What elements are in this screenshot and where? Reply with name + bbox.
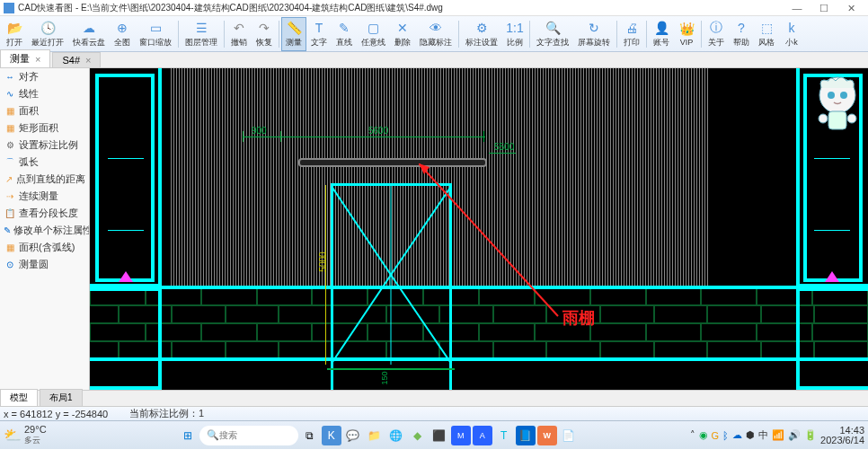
taskbar-app[interactable]: K	[322, 426, 341, 445]
sidebar-item-面积(含弧线)[interactable]: ▦面积(含弧线)	[0, 239, 89, 256]
taskbar-app[interactable]: 📄	[559, 426, 579, 445]
sidebar-item-修改单个标注属性[interactable]: ✎修改单个标注属性	[0, 222, 89, 239]
search-input[interactable]	[219, 430, 291, 440]
tab-close-icon[interactable]: ×	[35, 54, 40, 65]
ribbon-小k[interactable]: k小k	[779, 17, 804, 51]
sidebar-item-连续测量[interactable]: ⇢连续测量	[0, 188, 89, 205]
ribbon-VIP[interactable]: 👑VIP	[674, 17, 699, 51]
sidebar-item-线性[interactable]: ∿线性	[0, 85, 89, 102]
taskbar-center: ⊞ 🔍 ⧉ K 💬 📁 🌐 ◆ ⬛ M A T 📘 W 📄	[66, 426, 690, 445]
ribbon-最近打开[interactable]: 🕓最近打开	[27, 17, 68, 51]
ribbon-屏幕旋转[interactable]: ↻屏幕旋转	[573, 17, 615, 51]
start-button[interactable]: ⊞	[178, 426, 198, 445]
sidebar-item-点到直线的距离[interactable]: ↗点到直线的距离	[0, 171, 89, 188]
minimize-button[interactable]: —	[784, 1, 810, 15]
dim-value-5000: 5000	[318, 251, 328, 271]
ribbon-label: 帮助	[733, 37, 749, 48]
sidebar-item-查看分段长度[interactable]: 📋查看分段长度	[0, 205, 89, 222]
ribbon-图层管理[interactable]: ☰图层管理	[181, 17, 222, 51]
ribbon-icon: 📏	[286, 20, 302, 36]
taskbar-wps[interactable]: W	[537, 426, 557, 445]
ribbon-删除[interactable]: ✕删除	[390, 17, 415, 51]
ribbon-label: 快看云盘	[73, 37, 105, 48]
taskbar-app[interactable]: ◆	[408, 426, 428, 445]
tray-onedrive-icon[interactable]: ☁	[732, 429, 742, 441]
ribbon-icon: T	[311, 20, 327, 36]
mascot-avatar[interactable]	[810, 72, 864, 135]
tray-icon[interactable]: ⬢	[746, 429, 755, 441]
svg-point-4	[828, 92, 835, 99]
taskbar-app[interactable]: 💬	[343, 426, 363, 445]
ribbon-separator	[701, 21, 702, 48]
ribbon-快看云盘[interactable]: ☁快看云盘	[68, 17, 110, 51]
column-left-inner	[95, 74, 155, 282]
dim-value-150: 150	[380, 371, 389, 384]
tray-battery-icon[interactable]: 🔋	[804, 429, 817, 441]
taskbar-weather[interactable]: ⛅ 29°C 多云	[4, 424, 66, 446]
ribbon-撤销[interactable]: ↶撤销	[226, 17, 252, 51]
taskbar-app[interactable]: ⬛	[430, 426, 449, 445]
sidebar-item-测量圆[interactable]: ⊙测量圆	[0, 256, 89, 273]
tab-S4#[interactable]: S4#×	[52, 52, 101, 67]
tray-volume-icon[interactable]: 🔊	[788, 429, 801, 441]
ribbon-任意线[interactable]: ▢任意线	[357, 17, 390, 51]
ribbon-账号[interactable]: 👤账号	[649, 17, 674, 51]
taskbar-explorer[interactable]: 📁	[365, 426, 385, 445]
ribbon-标注设置[interactable]: ⚙标注设置	[461, 17, 502, 51]
ribbon-label: 窗口缩放	[139, 37, 172, 48]
taskbar-app[interactable]: A	[473, 426, 492, 445]
ribbon-关于[interactable]: ⓘ关于	[704, 17, 729, 51]
taskbar-clock[interactable]: 14:43 2023/6/14	[820, 426, 864, 445]
sidebar-item-弧长[interactable]: ⌒弧长	[0, 154, 89, 171]
task-view-icon[interactable]: ⧉	[300, 426, 320, 445]
ribbon-打开[interactable]: 📂打开	[2, 17, 27, 51]
tab-close-icon[interactable]: ×	[85, 55, 91, 66]
layout-tab-布局1[interactable]: 布局1	[40, 389, 83, 406]
sidebar-label: 面积(含弧线)	[19, 241, 75, 254]
ribbon-比例[interactable]: 1:1比例	[502, 17, 527, 51]
maximize-button[interactable]: ☐	[810, 1, 837, 15]
taskbar-app[interactable]: 📘	[516, 426, 536, 445]
ribbon-直线[interactable]: ✎直线	[332, 17, 357, 51]
sidebar-label: 修改单个标注属性	[13, 224, 90, 237]
tray-bluetooth-icon[interactable]: ᛒ	[722, 430, 729, 441]
ribbon-全图[interactable]: ⊕全图	[110, 17, 135, 51]
ribbon-label: 最近打开	[31, 37, 64, 48]
drawing-canvas[interactable]: 900 5600 5500 5000 150 雨棚	[90, 68, 868, 390]
taskbar-app[interactable]: T	[494, 426, 514, 445]
taskbar-app[interactable]: M	[451, 426, 471, 445]
tray-wifi-icon[interactable]: 📶	[772, 429, 784, 441]
layout-tab-模型[interactable]: 模型	[0, 389, 38, 406]
ribbon-恢复[interactable]: ↷恢复	[252, 17, 277, 51]
sidebar-item-矩形面积[interactable]: ▦矩形面积	[0, 119, 89, 137]
taskbar-edge[interactable]: 🌐	[386, 426, 406, 445]
ribbon-icon: 1:1	[507, 20, 523, 36]
ribbon-风格[interactable]: ⬚风格	[754, 17, 779, 51]
ribbon-帮助[interactable]: ?帮助	[729, 17, 754, 51]
ribbon-文字[interactable]: T文字	[306, 17, 332, 51]
sidebar-label: 连续测量	[19, 190, 58, 203]
sidebar-label: 点到直线的距离	[16, 172, 85, 186]
tab-测量[interactable]: 测量×	[0, 49, 50, 67]
sidebar-item-设置标注比例[interactable]: ⚙设置标注比例	[0, 137, 89, 154]
detail-line	[814, 230, 850, 231]
ribbon-隐藏标注[interactable]: 👁隐藏标注	[415, 17, 456, 51]
close-button[interactable]: ✕	[837, 1, 864, 15]
ribbon-窗口缩放[interactable]: ▭窗口缩放	[135, 17, 176, 51]
ribbon-文字查找[interactable]: 🔍文字查找	[532, 17, 573, 51]
ribbon-icon: 🕓	[40, 20, 56, 36]
sidebar-label: 矩形面积	[19, 121, 58, 135]
tray-chevron-icon[interactable]: ˄	[690, 429, 695, 441]
taskbar-search[interactable]: 🔍	[199, 426, 298, 445]
tray-ime-icon[interactable]: 中	[758, 428, 768, 442]
ribbon-打印[interactable]: 🖨打印	[619, 17, 644, 51]
tray-icon[interactable]: G	[712, 430, 720, 441]
ribbon-label: 比例	[507, 37, 523, 48]
sidebar-item-对齐[interactable]: ↔对齐	[0, 68, 89, 85]
system-tray[interactable]: ˄ ◉ G ᛒ ☁ ⬢ 中 📶 🔊 🔋 14:43 2023/6/14	[690, 426, 865, 445]
marker-left	[119, 271, 133, 282]
tray-icon[interactable]: ◉	[699, 429, 708, 441]
ribbon-测量[interactable]: 📏测量	[281, 17, 306, 51]
title-bar: CAD快速看图 - E:\当前文件\图纸\20230404-建筑结构CAD图纸\…	[0, 0, 868, 16]
sidebar-item-面积[interactable]: ▦面积	[0, 102, 89, 119]
